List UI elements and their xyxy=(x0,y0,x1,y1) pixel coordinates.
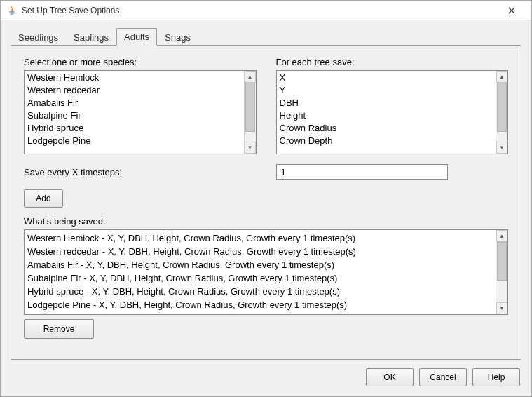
list-item[interactable]: Amabalis Fir - X, Y, DBH, Height, Crown … xyxy=(27,258,493,271)
list-item[interactable]: Subalpine Fir xyxy=(27,109,241,122)
list-item[interactable]: Height xyxy=(280,109,493,122)
add-button[interactable]: Add xyxy=(24,189,63,208)
upper-row: Select one or more species: Western Heml… xyxy=(24,57,508,154)
list-item[interactable]: Crown Radius xyxy=(280,122,493,135)
fields-label: For each tree save: xyxy=(276,57,509,67)
saved-label: What's being saved: xyxy=(24,216,508,227)
cancel-button[interactable]: Cancel xyxy=(419,368,467,386)
tab-snags[interactable]: Snags xyxy=(157,29,198,46)
chevron-down-icon: ▼ xyxy=(247,145,253,151)
list-item[interactable]: Hybrid spruce xyxy=(27,122,241,135)
tab-panel: Select one or more species: Western Heml… xyxy=(11,45,521,360)
species-column: Select one or more species: Western Heml… xyxy=(24,57,257,154)
species-scrollbar[interactable]: ▲ ▼ xyxy=(244,71,256,154)
tab-seedlings[interactable]: Seedlings xyxy=(11,29,66,46)
chevron-up-icon: ▲ xyxy=(499,234,505,239)
list-item[interactable]: Lodgepole Pine xyxy=(27,135,241,147)
saved-listbox[interactable]: Western Hemlock - X, Y, DBH, Height, Cro… xyxy=(24,229,508,315)
list-item[interactable]: Western redcedar xyxy=(27,84,241,97)
chevron-up-icon: ▲ xyxy=(247,74,253,80)
list-item[interactable]: Amabalis Fir xyxy=(27,97,241,109)
list-item[interactable]: Lodgepole Pine - X, Y, DBH, Height, Crow… xyxy=(27,298,493,311)
list-item[interactable]: Crown Depth xyxy=(280,135,493,147)
timestep-input[interactable] xyxy=(276,164,448,180)
list-item[interactable]: DBH xyxy=(280,97,493,109)
scroll-thumb[interactable] xyxy=(245,83,255,132)
list-item[interactable]: Hybrid spruce - X, Y, DBH, Height, Crown… xyxy=(27,285,493,298)
button-bar: OK Cancel Help xyxy=(1,360,531,396)
close-icon xyxy=(508,7,515,14)
timestep-label: Save every X timesteps: xyxy=(24,167,257,177)
scroll-down-button[interactable]: ▼ xyxy=(496,302,507,314)
chevron-down-icon: ▼ xyxy=(499,145,505,151)
scroll-thumb[interactable] xyxy=(497,83,507,132)
titlebar: Set Up Tree Save Options xyxy=(1,1,531,20)
scroll-track[interactable] xyxy=(496,242,507,302)
list-item[interactable]: Western Hemlock xyxy=(27,72,241,84)
scroll-up-button[interactable]: ▲ xyxy=(245,71,256,83)
scroll-track[interactable] xyxy=(245,83,256,142)
tab-saplings[interactable]: Saplings xyxy=(66,29,116,46)
scroll-down-button[interactable]: ▼ xyxy=(496,142,507,154)
scroll-down-button[interactable]: ▼ xyxy=(245,142,256,154)
remove-button[interactable]: Remove xyxy=(24,319,94,339)
window-title: Set Up Tree Save Options xyxy=(22,6,119,15)
chevron-up-icon: ▲ xyxy=(499,74,505,80)
species-label: Select one or more species: xyxy=(24,57,257,67)
scroll-up-button[interactable]: ▲ xyxy=(496,230,507,242)
list-item[interactable]: Y xyxy=(280,84,493,97)
tab-adults[interactable]: Adults xyxy=(116,28,157,46)
scroll-thumb[interactable] xyxy=(497,242,507,281)
saved-scrollbar[interactable]: ▲ ▼ xyxy=(496,230,507,314)
help-button[interactable]: Help xyxy=(472,368,520,386)
list-item[interactable]: Subalpine Fir - X, Y, DBH, Height, Crown… xyxy=(27,271,493,285)
titlebar-left: Set Up Tree Save Options xyxy=(6,5,119,16)
species-listbox[interactable]: Western Hemlock Western redcedar Amabali… xyxy=(24,70,257,154)
fields-column: For each tree save: X Y DBH Height Crown… xyxy=(276,57,509,154)
tab-row: Seedlings Saplings Adults Snags xyxy=(11,27,521,45)
ok-button[interactable]: OK xyxy=(366,368,414,386)
scroll-track[interactable] xyxy=(496,83,507,142)
window-close-button[interactable] xyxy=(498,2,526,19)
fields-items: X Y DBH Height Crown Radius Crown Depth xyxy=(277,71,496,154)
list-item[interactable]: X xyxy=(280,72,493,84)
list-item[interactable]: Western redcedar - X, Y, DBH, Height, Cr… xyxy=(27,245,493,258)
chevron-down-icon: ▼ xyxy=(499,306,505,311)
java-icon xyxy=(6,5,18,16)
scroll-up-button[interactable]: ▲ xyxy=(496,71,507,83)
timestep-input-wrap xyxy=(276,164,509,180)
dialog-window: Set Up Tree Save Options Seedlings Sapli… xyxy=(0,0,532,397)
species-items: Western Hemlock Western redcedar Amabali… xyxy=(25,71,244,154)
timestep-row: Save every X timesteps: xyxy=(24,164,508,180)
content-area: Seedlings Saplings Adults Snags Select o… xyxy=(1,20,531,360)
fields-listbox[interactable]: X Y DBH Height Crown Radius Crown Depth … xyxy=(276,70,509,154)
fields-scrollbar[interactable]: ▲ ▼ xyxy=(496,71,507,154)
list-item[interactable]: Western Hemlock - X, Y, DBH, Height, Cro… xyxy=(27,231,493,245)
saved-items: Western Hemlock - X, Y, DBH, Height, Cro… xyxy=(25,230,496,314)
